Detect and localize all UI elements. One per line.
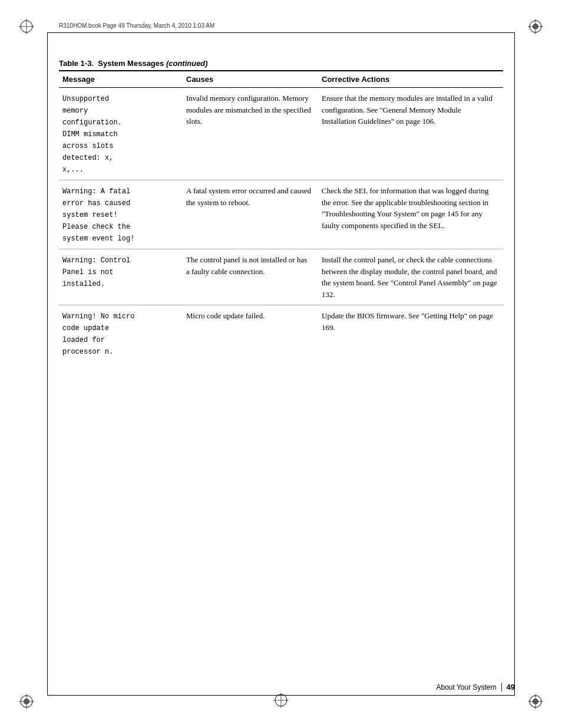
svg-point-14 [533,699,538,704]
footer-separator [501,683,502,691]
main-content: Table 1-3. System Messages (continued) M… [47,59,515,362]
cell-actions: Check the SEL for information that was l… [318,180,503,249]
page: R310HOM.book Page 49 Thursday, March 4, … [0,0,562,728]
corner-mark-tr [527,18,544,35]
cell-causes: Invalid memory configuration. Memory mod… [183,88,318,180]
header-causes: Causes [183,71,318,88]
left-border [47,32,48,696]
table-title: Table 1-3. System Messages (continued) [59,59,503,68]
cell-message: Warning! No micro code update loaded for… [59,305,183,363]
top-border [47,32,515,33]
page-footer: About Your System 49 [47,683,515,691]
table-row: Warning! No micro code update loaded for… [59,305,503,363]
cell-causes: Micro code update failed. [183,305,318,363]
table-row: Warning: A fatal error has caused system… [59,180,503,249]
system-messages-table: Message Causes Corrective Actions Unsupp… [59,70,503,362]
footer-text: About Your System 49 [436,683,515,691]
footer-page: 49 [507,683,515,691]
cell-message: Unsupported memory configuration. DIMM m… [59,88,183,180]
cell-actions: Install the control panel, or check the … [318,249,503,305]
svg-point-10 [24,699,29,704]
center-bottom-mark [272,691,290,711]
footer-section: About Your System [436,683,496,691]
table-row: Unsupported memory configuration. DIMM m… [59,88,503,180]
cell-causes: The control panel is not installed or ha… [183,249,318,305]
corner-mark-tl [18,18,35,35]
corner-mark-bl [18,693,35,710]
cell-actions: Ensure that the memory modules are insta… [318,88,503,180]
cell-message: Warning: A fatal error has caused system… [59,180,183,249]
right-border [514,32,515,696]
table-header-row: Message Causes Corrective Actions [59,71,503,88]
svg-point-6 [533,24,538,29]
header-message: Message [59,71,183,88]
header-actions: Corrective Actions [318,71,503,88]
cell-message: Warning: Control Panel is not installed. [59,249,183,305]
cell-actions: Update the BIOS firmware. See "Getting H… [318,305,503,363]
corner-mark-br [527,693,544,710]
table-row: Warning: Control Panel is not installed.… [59,249,503,305]
file-info: R310HOM.book Page 49 Thursday, March 4, … [59,22,214,29]
cell-causes: A fatal system error occurred and caused… [183,180,318,249]
